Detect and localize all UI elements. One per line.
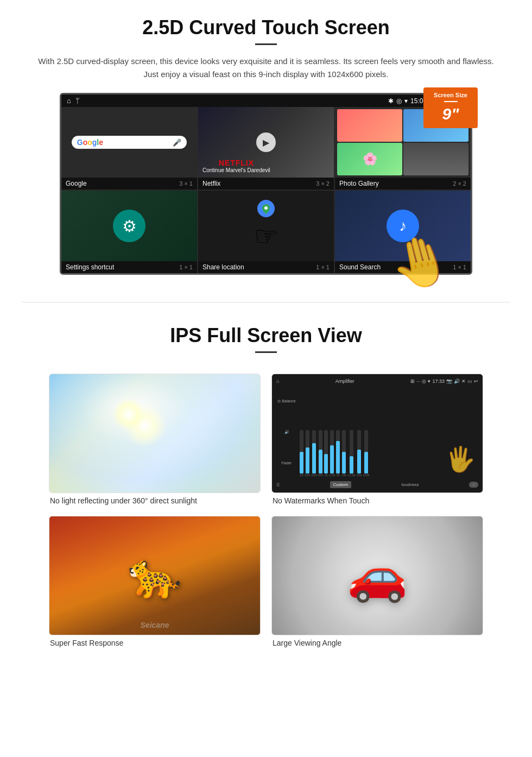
amp-loudness-label: loudness [402, 482, 419, 487]
bluetooth-icon: ✱ [388, 97, 394, 105]
amp-header: ⌂ Amplifier ⊞··· ◎▾ 17:33 📷🔊✕▭↩ [276, 379, 478, 384]
amp-fader-label: Fader [276, 460, 297, 467]
device-screen: ⌂ ᛘ ✱ ◎ ▾ 15:06 📷 🔊 ✕ ▭ [60, 93, 472, 275]
settings-icon: ⚙ [113, 210, 145, 242]
sound-label: Sound Search 1 × 1 [335, 261, 471, 273]
share-bg: ☞ [198, 191, 334, 261]
amplifier-image-box: ⌂ Amplifier ⊞··· ◎▾ 17:33 📷🔊✕▭↩ ⚖ Balanc… [271, 374, 483, 493]
amp-controls: ⊞··· ◎▾ 17:33 📷🔊✕▭↩ [410, 379, 478, 384]
sound-app-name: Sound Search [339, 263, 381, 271]
settings-bg: ⚙ [61, 191, 197, 261]
section1-description: With 2.5D curved-display screen, this de… [33, 55, 499, 81]
netflix-logo: NETFLIX [202, 159, 270, 167]
app-cell-share[interactable]: ☞ Share location 1 × 1 [198, 191, 334, 273]
netflix-overlay: ▶ NETFLIX Continue Marvel's Daredevil [198, 107, 334, 178]
music-icon: ♪ [387, 210, 419, 242]
pointing-hand-icon: ☞ [254, 220, 278, 252]
usb-icon: ᛘ [75, 97, 80, 105]
sunlight-visual [49, 374, 260, 493]
amp-label-equalizer: ⚖ Balance [276, 398, 297, 405]
google-app-name: Google [66, 180, 87, 187]
gallery-grid-size: 2 × 2 [453, 180, 466, 187]
car-caption: Large Viewing Angle [271, 639, 483, 647]
section-ips-screen: IPS Full Screen View No light reflecting… [0, 319, 532, 664]
amp-hand-touch: 🖐 [445, 445, 476, 474]
badge-label: Screen Size [427, 92, 474, 99]
sound-grid-size: 1 × 1 [453, 264, 466, 270]
amp-vol-icon: 🔊 [276, 429, 297, 436]
google-logo: Google [77, 138, 103, 147]
image-item-car: 🚗 Large Viewing Angle [271, 516, 483, 647]
netflix-play-button[interactable]: ▶ [256, 133, 276, 152]
section2-underline [255, 351, 277, 353]
device-screen-wrapper: Screen Size 9" ⌂ ᛘ ✱ ◎ ▾ 15:06 � [60, 93, 472, 275]
screen-size-badge: Screen Size 9" [423, 87, 478, 128]
badge-divider [444, 101, 458, 102]
google-label: Google 3 × 1 [61, 178, 197, 190]
google-grid-size: 3 × 1 [179, 180, 193, 187]
netflix-grid-size: 3 × 2 [316, 180, 330, 187]
cheetah-caption: Super Fast Response [49, 639, 261, 647]
amp-footer: ⟨⟨ Custom loudness ○ [276, 481, 478, 488]
section1-title: 2.5D Curved Touch Screen [33, 16, 499, 39]
gallery-thumb-1 [337, 109, 402, 142]
sunlight-image-box [49, 374, 261, 493]
gallery-thumb-4 [403, 143, 468, 175]
badge-size-value: 9" [427, 104, 474, 124]
app-cell-google[interactable]: Google 🎤 Google 3 × 1 [61, 107, 197, 190]
gmaps-icon [257, 200, 275, 222]
amp-title: Amplifier [335, 379, 354, 384]
wifi-icon: ▾ [404, 97, 408, 105]
amp-custom-button[interactable]: Custom [330, 481, 352, 488]
app-grid: Google 🎤 Google 3 × 1 [61, 107, 471, 273]
amplifier-caption: No Watermarks When Touch [271, 496, 483, 505]
netflix-label: Netflix 3 × 2 [198, 178, 334, 190]
settings-app-name: Settings shortcut [66, 263, 114, 271]
image-item-cheetah: 🐆 Seicane Super Fast Response [49, 516, 261, 647]
sound-bg: ♪ [335, 191, 471, 261]
sunlight-caption: No light reflecting under 360° direct su… [49, 496, 261, 505]
netflix-app-name: Netflix [202, 180, 220, 187]
amp-toggle[interactable]: ○ [469, 482, 478, 488]
status-left: ⌂ ᛘ [67, 97, 80, 105]
cheetah-visual: 🐆 Seicane [49, 516, 260, 635]
microphone-icon: 🎤 [173, 138, 181, 147]
gallery-app-name: Photo Gallery [339, 180, 379, 187]
app-cell-sound[interactable]: ♪ Sound Search 1 × 1 [335, 191, 471, 273]
car-image-box: 🚗 [271, 516, 483, 635]
google-search-bar[interactable]: Google 🎤 [72, 136, 187, 149]
netflix-info: NETFLIX Continue Marvel's Daredevil [202, 159, 270, 173]
cheetah-watermark: Seicane [141, 621, 169, 629]
settings-label: Settings shortcut 1 × 1 [61, 261, 197, 273]
section-divider [22, 302, 510, 302]
cheetah-image-box: 🐆 Seicane [49, 516, 261, 635]
share-grid-size: 1 × 1 [316, 264, 330, 270]
svg-point-1 [264, 206, 268, 210]
app-cell-settings[interactable]: ⚙ Settings shortcut 1 × 1 [61, 191, 197, 273]
title-underline [255, 43, 277, 45]
amp-back-icon: ⟨⟨ [276, 482, 280, 487]
amp-time: 17:33 [432, 379, 445, 384]
amp-home-icon: ⌂ [276, 379, 279, 384]
home-icon: ⌂ [67, 97, 71, 105]
location-icon: ◎ [396, 97, 402, 105]
app-cell-netflix[interactable]: ▶ NETFLIX Continue Marvel's Daredevil Ne… [198, 107, 334, 190]
settings-grid-size: 1 × 1 [179, 264, 193, 270]
section2-title: IPS Full Screen View [33, 324, 499, 347]
image-item-amplifier: ⌂ Amplifier ⊞··· ◎▾ 17:33 📷🔊✕▭↩ ⚖ Balanc… [271, 374, 483, 505]
gallery-thumb-3: 🌸 [337, 143, 402, 175]
amplifier-visual: ⌂ Amplifier ⊞··· ◎▾ 17:33 📷🔊✕▭↩ ⚖ Balanc… [272, 374, 483, 493]
car-visual: 🚗 [272, 516, 483, 635]
status-bar: ⌂ ᛘ ✱ ◎ ▾ 15:06 📷 🔊 ✕ ▭ [61, 94, 471, 107]
cheetah-icon: 🐆 [128, 550, 182, 601]
image-grid: No light reflecting under 360° direct su… [33, 363, 499, 653]
share-app-name: Share location [202, 263, 244, 271]
gallery-label: Photo Gallery 2 × 2 [335, 178, 471, 190]
section-curved-screen: 2.5D Curved Touch Screen With 2.5D curve… [0, 0, 532, 286]
image-item-sunlight: No light reflecting under 360° direct su… [49, 374, 261, 505]
share-label: Share location 1 × 1 [198, 261, 334, 273]
netflix-subtitle: Continue Marvel's Daredevil [202, 167, 270, 173]
